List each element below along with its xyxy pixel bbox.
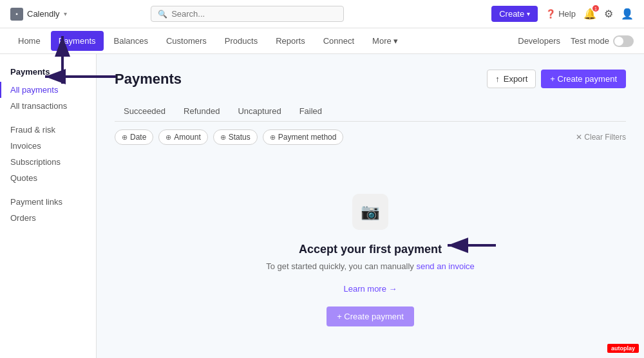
filter-payment-method[interactable]: ⊕ Payment method: [263, 129, 344, 145]
empty-state-title: Accept your first payment: [299, 243, 442, 256]
sidebar-item-all-transactions[interactable]: All transactions: [0, 98, 96, 114]
send-invoice-link[interactable]: send an invoice: [416, 261, 474, 271]
nav-home[interactable]: Home: [10, 31, 48, 51]
filter-status[interactable]: ⊕ Status: [213, 129, 258, 145]
nav-balances[interactable]: Balances: [106, 31, 156, 51]
sidebar-item-quotes[interactable]: Quotes: [0, 170, 96, 186]
filter-plus-icon: ⊕: [270, 133, 276, 142]
search-bar[interactable]: 🔍: [151, 6, 344, 22]
sidebar-item-payment-links[interactable]: Payment links: [0, 194, 96, 210]
youtube-badge: autoplay: [607, 344, 639, 353]
nav-payments[interactable]: Payments: [51, 31, 104, 51]
filters-bar: ⊕ Date ⊕ Amount ⊕ Status ⊕ Payment metho…: [115, 129, 626, 145]
payment-tabs: Succeeded Refunded Uncaptured Failed: [115, 101, 626, 122]
topbar: ▪ Calendly ▾ 🔍 Create ▾ ❓ Help 🔔 1 ⚙ 👤: [0, 0, 644, 28]
app-branding: ▪ Calendly ▾: [10, 8, 67, 21]
user-icon[interactable]: 👤: [621, 8, 634, 20]
topbar-right: Create ▾ ❓ Help 🔔 1 ⚙ 👤: [491, 6, 634, 22]
tab-uncaptured[interactable]: Uncaptured: [229, 101, 290, 121]
help-icon: ❓: [545, 9, 556, 19]
nav-more[interactable]: More ▾: [365, 31, 406, 51]
export-button[interactable]: ↑ Export: [487, 70, 536, 88]
search-input[interactable]: [171, 9, 337, 19]
nav-connect[interactable]: Connect: [316, 31, 362, 51]
sidebar-item-fraud-risk[interactable]: Fraud & risk: [0, 122, 96, 138]
app-icon: ▪: [10, 8, 23, 21]
sidebar-item-subscriptions[interactable]: Subscriptions: [0, 154, 96, 170]
sidebar-item-invoices[interactable]: Invoices: [0, 138, 96, 154]
main-content: Payments ↑ Export + Create payment Succe…: [97, 54, 644, 358]
toggle-knob: [614, 37, 623, 46]
main-layout: Payments All payments All transactions F…: [0, 54, 644, 358]
filter-date[interactable]: ⊕ Date: [115, 129, 153, 145]
developers-link[interactable]: Developers: [518, 36, 560, 46]
export-icon: ↑: [495, 74, 500, 84]
sidebar-item-all-payments[interactable]: All payments: [0, 82, 96, 98]
search-icon: 🔍: [158, 10, 167, 19]
nav-customers[interactable]: Customers: [158, 31, 214, 51]
create-caret-icon: ▾: [527, 10, 530, 17]
clear-filters-button[interactable]: ✕ Clear Filters: [576, 133, 626, 142]
navbar: Home Payments Balances Customers Product…: [0, 28, 644, 54]
help-button[interactable]: ❓ Help: [545, 9, 576, 19]
empty-state-description: To get started quickly, you can manually…: [266, 261, 475, 271]
filter-plus-icon: ⊕: [220, 133, 226, 142]
nav-products[interactable]: Products: [217, 31, 265, 51]
tab-succeeded[interactable]: Succeeded: [115, 101, 175, 121]
empty-create-payment-button[interactable]: + Create payment: [327, 306, 414, 326]
page-title: Payments: [115, 71, 182, 88]
app-name: Calendly: [27, 9, 60, 19]
filter-amount[interactable]: ⊕ Amount: [158, 129, 207, 145]
notification-badge: 1: [592, 5, 599, 12]
learn-more-link[interactable]: Learn more →: [343, 284, 397, 294]
bell-wrapper[interactable]: 🔔 1: [583, 8, 596, 20]
tab-refunded[interactable]: Refunded: [175, 101, 229, 121]
sidebar-item-orders[interactable]: Orders: [0, 210, 96, 226]
nav-reports[interactable]: Reports: [268, 31, 313, 51]
header-actions: ↑ Export + Create payment: [487, 70, 626, 88]
test-mode-toggle[interactable]: Test mode: [571, 35, 634, 47]
sidebar-section-title: Payments: [0, 64, 96, 82]
create-payment-button[interactable]: + Create payment: [541, 70, 626, 88]
filter-plus-icon: ⊕: [122, 133, 128, 142]
page-header: Payments ↑ Export + Create payment: [115, 70, 626, 88]
sidebar: Payments All payments All transactions F…: [0, 54, 97, 358]
empty-state-icon: 📷: [352, 194, 388, 230]
app-caret-icon: ▾: [64, 10, 67, 17]
create-button[interactable]: Create ▾: [491, 6, 538, 22]
empty-state: 📷 Accept your first payment To get start…: [115, 155, 626, 358]
test-mode-switch[interactable]: [613, 35, 634, 47]
gear-icon[interactable]: ⚙: [604, 8, 613, 20]
filter-plus-icon: ⊕: [166, 133, 171, 142]
tab-failed[interactable]: Failed: [290, 101, 331, 121]
